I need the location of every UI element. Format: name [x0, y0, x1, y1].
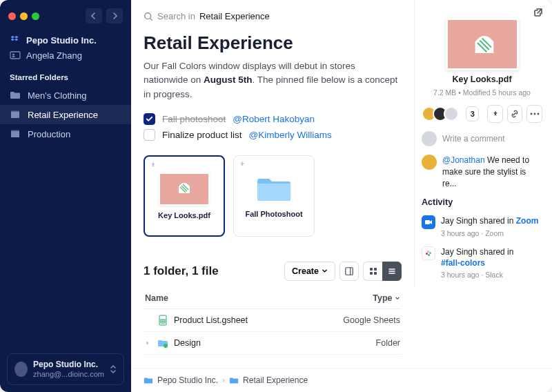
svg-rect-10 — [370, 272, 373, 275]
activity-item[interactable]: Jay Singh shared in #fall-colors 3 hours… — [422, 246, 542, 280]
task-label: Fall photoshoot — [162, 114, 226, 124]
breadcrumb: Pepo Studio Inc. › Retail Experience — [131, 368, 552, 392]
page-title: Retail Experience — [144, 32, 402, 54]
list-view-button[interactable] — [382, 262, 402, 281]
task-row[interactable]: Fall photoshoot @Robert Hakobyan — [144, 111, 402, 127]
sidebar: Pepo Studio Inc. Angela Zhang Starred Fo… — [0, 0, 131, 392]
sidebar-section-label: Starred Folders — [0, 69, 131, 86]
svg-point-17 — [537, 113, 539, 115]
chevron-down-icon — [395, 295, 400, 301]
file-name: Design — [174, 338, 201, 348]
file-type: Google Sheets — [324, 315, 400, 325]
sidebar-item-retail-experience[interactable]: Retail Experience — [0, 105, 131, 124]
avatar — [14, 362, 28, 377]
svg-point-14 — [164, 344, 168, 348]
svg-rect-9 — [374, 268, 377, 271]
sidebar-item-label: Men's Clothing — [28, 90, 87, 101]
svg-rect-19 — [426, 253, 428, 255]
checkbox-unchecked-icon[interactable] — [144, 129, 155, 141]
activity-meta: 3 hours ago · Slack — [441, 270, 513, 280]
svg-rect-0 — [10, 52, 20, 59]
disclosure-icon[interactable] — [145, 340, 152, 346]
mention[interactable]: @Kimberly Williams — [249, 130, 332, 140]
checkbox-checked-icon[interactable] — [144, 113, 155, 125]
box-icon — [10, 109, 21, 120]
task-label: Finalize product list — [162, 130, 242, 140]
nav-back-button[interactable] — [86, 8, 102, 23]
sidebar-item-mens-clothing[interactable]: Men's Clothing — [0, 86, 131, 105]
file-type: Folder — [324, 338, 400, 348]
search-scope: Retail Experience — [199, 11, 270, 21]
svg-rect-7 — [346, 268, 353, 275]
pin-icon — [238, 160, 246, 168]
breadcrumb-item[interactable]: Retail Experience — [243, 375, 308, 385]
comment-input[interactable]: Write a comment — [422, 131, 542, 146]
more-button[interactable] — [526, 105, 542, 123]
svg-rect-3 — [11, 111, 19, 112]
svg-point-16 — [533, 113, 535, 115]
folder-icon — [144, 375, 153, 385]
tile-label: Key Looks.pdf — [158, 211, 210, 219]
table-row[interactable]: Design Folder — [144, 332, 402, 355]
close-window-icon[interactable] — [8, 12, 16, 20]
pinned-tile-folder[interactable]: Fall Photoshoot — [233, 155, 315, 237]
comment-placeholder: Write a comment — [442, 134, 542, 144]
box-icon — [10, 128, 21, 139]
slack-icon — [422, 246, 435, 260]
list-summary: 1 folder, 1 file — [144, 264, 219, 278]
svg-rect-11 — [374, 272, 377, 275]
activity-heading: Activity — [422, 197, 542, 207]
sidebar-item-production[interactable]: Production — [0, 124, 131, 144]
view-toggle — [363, 262, 402, 281]
maximize-window-icon[interactable] — [32, 12, 39, 20]
activity-target[interactable]: Zoom — [516, 216, 539, 226]
activity-verb: shared in — [480, 216, 516, 226]
col-header-type[interactable]: Type — [324, 293, 400, 303]
shared-avatars[interactable] — [422, 106, 459, 121]
svg-rect-21 — [427, 251, 429, 253]
grid-view-button[interactable] — [363, 262, 382, 281]
account-email: zhang@...dioinc.com — [33, 370, 104, 379]
main-content: Search in Retail Experience Retail Exper… — [131, 0, 414, 360]
open-external-icon[interactable] — [533, 7, 544, 18]
minimize-window-icon[interactable] — [20, 12, 28, 20]
task-row[interactable]: Finalize product list @Kimberly Williams — [144, 127, 402, 143]
current-user[interactable]: Angela Zhang — [0, 47, 131, 69]
layout-panel-button[interactable] — [339, 262, 359, 281]
thumbnail — [159, 173, 210, 206]
activity-who: Jay Singh — [441, 216, 477, 226]
mention[interactable]: @Robert Hakobyan — [233, 114, 315, 124]
workspace-switcher[interactable]: Pepo Studio Inc. — [0, 29, 131, 47]
account-org: Pepo Studio Inc. — [33, 360, 104, 369]
account-switcher[interactable]: Pepo Studio Inc. zhang@...dioinc.com — [7, 353, 124, 385]
activity-meta: 3 hours ago · Zoom — [441, 228, 538, 238]
activity-item[interactable]: Jay Singh shared in Zoom 3 hours ago · Z… — [422, 215, 542, 237]
avatar-overflow-count[interactable]: 3 — [466, 106, 479, 121]
search-icon — [144, 12, 153, 21]
search-input[interactable]: Search in Retail Experience — [144, 8, 402, 32]
mention[interactable]: @Jonathan — [442, 155, 485, 165]
comment[interactable]: @Jonathan We need to make sure the styli… — [422, 155, 542, 189]
chevron-right-icon: › — [222, 375, 225, 385]
col-header-name[interactable]: Name — [145, 293, 324, 303]
table-row[interactable]: Product List.gsheet Google Sheets — [144, 309, 402, 332]
preview-filename: Key Looks.pdf — [452, 75, 511, 84]
copy-link-button[interactable] — [507, 105, 523, 123]
workspace-name: Pepo Studio Inc. — [26, 35, 97, 46]
breadcrumb-item[interactable]: Pepo Studio Inc. — [157, 375, 218, 385]
svg-rect-5 — [11, 130, 19, 132]
pin-button[interactable] — [487, 105, 503, 123]
page-description: Our Fall Colors window displays will deb… — [144, 59, 402, 101]
svg-point-1 — [12, 54, 14, 56]
nav-forward-button[interactable] — [106, 8, 123, 23]
pinned-tile-file[interactable]: Key Looks.pdf — [144, 155, 225, 237]
create-button[interactable]: Create — [284, 262, 335, 281]
folder-icon — [229, 375, 239, 385]
sidebar-item-label: Retail Experience — [28, 110, 98, 120]
activity-target[interactable]: #fall-colors — [441, 258, 485, 268]
file-name: Product List.gsheet — [174, 315, 248, 325]
sidebar-item-label: Production — [28, 129, 70, 139]
avatar — [444, 106, 459, 121]
svg-rect-4 — [11, 131, 19, 137]
file-preview[interactable]: Key Looks.pdf 7.2 MB • Modified 5 hours … — [422, 18, 542, 97]
